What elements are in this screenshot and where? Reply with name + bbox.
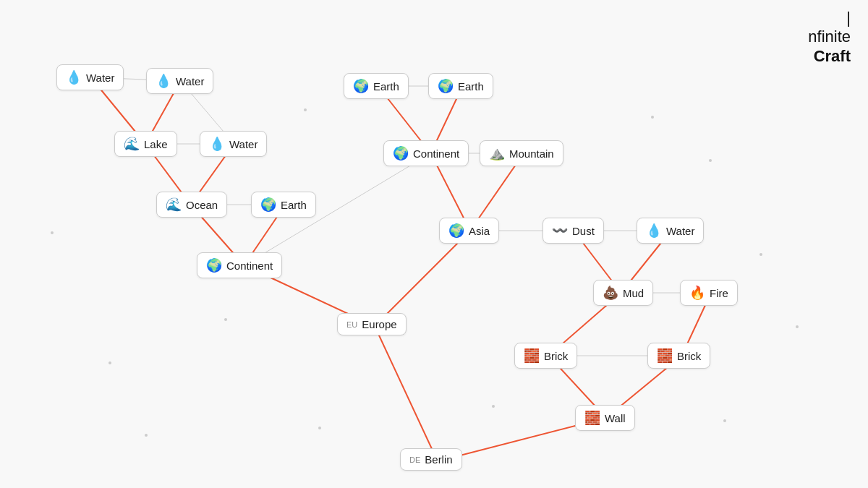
node-label: Earth	[281, 199, 307, 211]
decorative-dot	[318, 427, 321, 429]
node-mud[interactable]: 💩Mud	[593, 280, 653, 306]
node-emoji: 🧱	[524, 348, 540, 364]
node-lake[interactable]: 🌊Lake	[114, 131, 177, 157]
node-label: Europe	[362, 318, 396, 330]
decorative-dot	[224, 318, 227, 321]
node-emoji: 💧	[156, 73, 171, 89]
node-label: Water	[229, 138, 258, 150]
node-label: Brick	[544, 350, 568, 362]
node-earth3[interactable]: 🌍Earth	[428, 73, 493, 99]
node-mountain[interactable]: ⛰️Mountain	[480, 140, 563, 166]
svg-line-28	[375, 326, 438, 461]
node-label: Lake	[144, 138, 168, 150]
decorative-dot	[492, 405, 495, 408]
svg-line-23	[375, 231, 470, 326]
node-emoji: 🌍	[393, 145, 409, 161]
node-emoji: 🌍	[206, 257, 222, 273]
node-label: Fire	[710, 287, 728, 299]
node-emoji: 🔥	[689, 285, 705, 301]
node-label: Berlin	[425, 453, 452, 466]
node-label: Mud	[623, 287, 644, 299]
title-line1: |nfinite	[808, 9, 851, 47]
node-emoji: 🌍	[448, 223, 464, 239]
node-fire[interactable]: 🔥Fire	[680, 280, 738, 306]
node-continent1[interactable]: 🌍Continent	[197, 252, 282, 278]
decorative-dot	[109, 361, 111, 364]
node-label: Wall	[605, 412, 626, 424]
node-label: Continent	[226, 260, 273, 272]
node-emoji: 💩	[603, 285, 618, 301]
decorative-dot	[723, 419, 726, 422]
node-emoji: 🌊	[166, 197, 182, 213]
node-label: Continent	[413, 147, 459, 160]
node-dust[interactable]: 〰️Dust	[542, 218, 604, 244]
node-label: Ocean	[186, 199, 218, 211]
node-emoji: 〰️	[552, 223, 568, 239]
decorative-dot	[709, 159, 712, 162]
node-asia[interactable]: 🌍Asia	[439, 218, 499, 244]
node-earth1[interactable]: 🌍Earth	[251, 192, 316, 218]
node-flag: EU	[346, 320, 357, 329]
node-label: Earth	[373, 80, 399, 93]
node-flag: DE	[409, 455, 420, 464]
node-emoji: 🧱	[657, 348, 673, 364]
title-line2: Craft	[808, 47, 851, 66]
node-label: Dust	[572, 225, 595, 237]
title: |nfinite Craft	[808, 9, 851, 66]
node-emoji: 💧	[209, 136, 225, 152]
node-water1[interactable]: 💧Water	[56, 64, 124, 90]
node-europe[interactable]: EUEurope	[337, 313, 407, 335]
node-water4[interactable]: 💧Water	[637, 218, 704, 244]
decorative-dot	[760, 253, 762, 256]
node-label: Asia	[469, 225, 490, 237]
decorative-dot	[51, 231, 54, 234]
node-emoji: 🌍	[260, 197, 276, 213]
decorative-dot	[796, 325, 799, 328]
node-label: Water	[86, 72, 114, 84]
node-label: Water	[666, 225, 694, 237]
node-emoji: 🌊	[124, 136, 140, 152]
node-label: Brick	[677, 350, 701, 362]
node-emoji: ⛰️	[489, 145, 505, 161]
node-brick2[interactable]: 🧱Brick	[647, 343, 710, 369]
node-emoji: 🌍	[353, 78, 369, 94]
node-emoji: 💧	[646, 223, 662, 239]
node-emoji: 🌍	[438, 78, 454, 94]
node-earth2[interactable]: 🌍Earth	[344, 73, 409, 99]
node-water3[interactable]: 💧Water	[200, 131, 267, 157]
decorative-dot	[651, 116, 654, 119]
node-label: Mountain	[509, 147, 554, 160]
node-continent2[interactable]: 🌍Continent	[383, 140, 469, 166]
node-label: Water	[176, 75, 204, 87]
node-water2[interactable]: 💧Water	[146, 68, 213, 94]
decorative-dot	[304, 108, 307, 111]
svg-line-10	[375, 231, 470, 326]
node-brick1[interactable]: 🧱Brick	[514, 343, 577, 369]
node-emoji: 🧱	[584, 410, 600, 426]
node-ocean[interactable]: 🌊Ocean	[156, 192, 227, 218]
node-berlin[interactable]: DEBerlin	[400, 448, 462, 471]
node-emoji: 💧	[66, 69, 82, 85]
decorative-dot	[145, 434, 148, 437]
node-wall[interactable]: 🧱Wall	[575, 405, 635, 431]
node-label: Earth	[458, 80, 484, 93]
